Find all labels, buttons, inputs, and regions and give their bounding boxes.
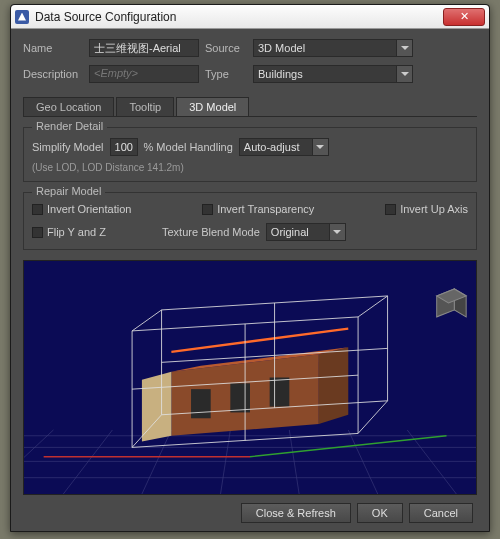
simplify-label: Simplify Model — [32, 141, 104, 153]
window-title: Data Source Configuration — [35, 10, 443, 24]
texture-blend-select[interactable]: Original — [266, 223, 346, 241]
chevron-down-icon — [396, 40, 412, 56]
simplify-suffix: % Model Handling — [144, 141, 233, 153]
invert-orientation-checkbox[interactable]: Invert Orientation — [32, 203, 131, 215]
name-label: Name — [23, 42, 83, 54]
tab-strip: Geo Location Tooltip 3D Model — [23, 97, 477, 117]
titlebar: Data Source Configuration ✕ — [11, 5, 489, 29]
tab-geo-location[interactable]: Geo Location — [23, 97, 114, 116]
cancel-button[interactable]: Cancel — [409, 503, 473, 523]
dialog-content: Name Source 3D Model Description <Empty>… — [11, 29, 489, 531]
lod-hint: (Use LOD, LOD Distance 141.2m) — [32, 162, 184, 173]
flip-yz-checkbox[interactable]: Flip Y and Z — [32, 226, 142, 238]
row-name-source: Name Source 3D Model — [23, 39, 477, 57]
description-input[interactable]: <Empty> — [89, 65, 199, 83]
checkbox-icon — [385, 204, 396, 215]
checkbox-icon — [202, 204, 213, 215]
chevron-down-icon — [396, 66, 412, 82]
close-icon[interactable]: ✕ — [443, 8, 485, 26]
chevron-down-icon — [312, 139, 328, 155]
flip-yz-label: Flip Y and Z — [47, 226, 106, 238]
tab-3d-model[interactable]: 3D Model — [176, 97, 249, 116]
source-select[interactable]: 3D Model — [253, 39, 413, 57]
close-refresh-button[interactable]: Close & Refresh — [241, 503, 351, 523]
dialog-footer: Close & Refresh OK Cancel — [23, 495, 477, 525]
texture-blend-value: Original — [271, 226, 309, 238]
invert-transparency-label: Invert Transparency — [217, 203, 314, 215]
checkbox-icon — [32, 227, 43, 238]
repair-model-legend: Repair Model — [32, 185, 105, 197]
row-desc-type: Description <Empty> Type Buildings — [23, 65, 477, 83]
invert-orientation-label: Invert Orientation — [47, 203, 131, 215]
tab-tooltip[interactable]: Tooltip — [116, 97, 174, 116]
invert-up-axis-checkbox[interactable]: Invert Up Axis — [385, 203, 468, 215]
dialog-window: Data Source Configuration ✕ Name Source … — [10, 4, 490, 532]
group-repair-model: Repair Model Invert Orientation Invert T… — [23, 192, 477, 250]
model-handling-select[interactable]: Auto-adjust — [239, 138, 329, 156]
svg-rect-20 — [270, 378, 290, 407]
chevron-down-icon — [329, 224, 345, 240]
source-select-value: 3D Model — [258, 42, 305, 54]
description-label: Description — [23, 68, 83, 80]
type-select[interactable]: Buildings — [253, 65, 413, 83]
svg-rect-18 — [191, 389, 211, 418]
ok-button[interactable]: OK — [357, 503, 403, 523]
group-render-detail: Render Detail Simplify Model % Model Han… — [23, 127, 477, 182]
checkbox-icon — [32, 204, 43, 215]
type-select-value: Buildings — [258, 68, 303, 80]
svg-marker-16 — [319, 347, 348, 424]
invert-up-axis-label: Invert Up Axis — [400, 203, 468, 215]
invert-transparency-checkbox[interactable]: Invert Transparency — [202, 203, 314, 215]
render-detail-legend: Render Detail — [32, 120, 107, 132]
3d-viewport[interactable] — [23, 260, 477, 495]
name-input[interactable] — [89, 39, 199, 57]
type-label: Type — [205, 68, 247, 80]
app-icon — [15, 10, 29, 24]
source-label: Source — [205, 42, 247, 54]
svg-rect-19 — [230, 383, 250, 412]
simplify-input[interactable] — [110, 138, 138, 156]
model-handling-value: Auto-adjust — [244, 141, 300, 153]
texture-blend-label: Texture Blend Mode — [162, 226, 260, 238]
